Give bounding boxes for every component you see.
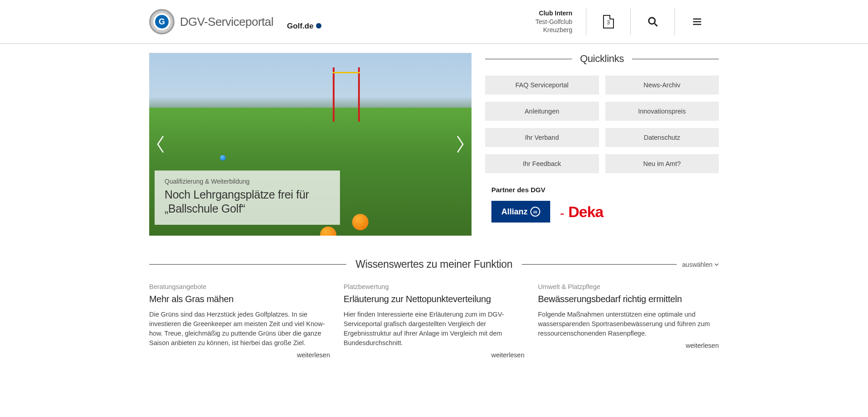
article-title[interactable]: Erläuterung zur Nettopunkteverteilung: [344, 294, 524, 304]
hero-caption[interactable]: Qualifizierung & Weiterbildung Noch Lehr…: [155, 171, 340, 225]
slider-next-button[interactable]: [451, 131, 469, 158]
hamburger-icon: [692, 16, 703, 27]
article-body: Hier finden Interessierte eine Erläuteru…: [344, 310, 524, 348]
articles-grid: Beratungsangebote Mehr als Gras mähen Di…: [149, 283, 719, 359]
quicklink-news[interactable]: News-Archiv: [605, 76, 719, 95]
quicklinks-heading: Quicklinks: [572, 53, 632, 65]
sidebar: Quicklinks FAQ Serviceportal News-Archiv…: [485, 53, 719, 236]
partner-logos: Allianz ııı Deka: [485, 201, 719, 223]
document-count: 3: [607, 19, 610, 26]
portal-title: DGV-Serviceportal: [180, 15, 274, 29]
quicklink-faq[interactable]: FAQ Serviceportal: [485, 76, 599, 95]
deka-logo[interactable]: Deka: [568, 203, 603, 221]
quicklink-neu-im-amt[interactable]: Neu im Amt?: [605, 154, 719, 173]
article-category: Beratungsangebote: [149, 283, 330, 290]
header: G DGV-Serviceportal Golf.de Club Intern …: [0, 0, 868, 44]
article-category: Platzbewertung: [344, 283, 524, 290]
header-actions: 3: [586, 8, 719, 35]
documents-button[interactable]: 3: [586, 8, 630, 35]
dgv-logo-icon: G: [149, 9, 175, 34]
partner-heading: Partner des DGV: [491, 186, 719, 194]
hero-slider: Qualifizierung & Weiterbildung Noch Lehr…: [149, 53, 472, 236]
allianz-logo[interactable]: Allianz ııı: [491, 201, 550, 223]
club-loc: Kreuzberg: [535, 26, 572, 34]
readmore-link[interactable]: weiterlesen: [538, 342, 719, 349]
club-name: Test-Golfclub: [535, 18, 572, 26]
golfde-logo[interactable]: Golf.de: [287, 13, 322, 31]
quicklinks-grid: FAQ Serviceportal News-Archiv Anleitunge…: [485, 76, 719, 173]
article-card: Umwelt & Platzpflege Bewässerungsbedarf …: [538, 283, 719, 359]
chevron-left-icon: [156, 135, 165, 153]
article-title[interactable]: Bewässerungsbedarf richtig ermitteln: [538, 294, 719, 304]
search-button[interactable]: [630, 8, 675, 35]
club-intern-label: Club Intern: [535, 9, 572, 18]
readmore-link[interactable]: weiterlesen: [344, 351, 524, 359]
quicklink-anleitungen[interactable]: Anleitungen: [485, 102, 599, 121]
readmore-link[interactable]: weiterlesen: [149, 351, 330, 359]
knowhow-select[interactable]: auswählen: [677, 261, 719, 268]
chevron-right-icon: [455, 135, 464, 153]
search-icon: [647, 16, 658, 27]
article-body: Folgende Maßnahmen unterstützen eine opt…: [538, 310, 719, 338]
allianz-icon: ııı: [530, 207, 540, 217]
svg-line-1: [655, 24, 657, 26]
svg-point-0: [649, 18, 655, 24]
logo-area: G DGV-Serviceportal Golf.de: [149, 9, 321, 34]
quicklink-datenschutz[interactable]: Datenschutz: [605, 128, 719, 147]
document-icon: 3: [603, 15, 614, 28]
dot-icon: [316, 23, 321, 28]
article-card: Beratungsangebote Mehr als Gras mähen Di…: [149, 283, 330, 359]
slider-prev-button[interactable]: [152, 131, 170, 158]
menu-button[interactable]: [675, 8, 719, 35]
hero-title: Noch Lehrgangsplätze frei für „Ballschul…: [165, 188, 330, 216]
club-info[interactable]: Club Intern Test-Golfclub Kreuzberg: [535, 9, 572, 35]
hero-category: Qualifizierung & Weiterbildung: [165, 178, 330, 185]
knowhow-heading: Wissenswertes zu meiner Funktion: [346, 258, 521, 270]
chevron-down-icon: [714, 263, 719, 266]
article-card: Platzbewertung Erläuterung zur Nettopunk…: [344, 283, 524, 359]
goal-icon: [333, 67, 360, 122]
golf-ball-icon: [352, 214, 368, 230]
knowhow-header: Wissenswertes zu meiner Funktion auswähl…: [149, 258, 719, 270]
article-category: Umwelt & Platzpflege: [538, 283, 719, 290]
quicklink-feedback[interactable]: Ihr Feedback: [485, 154, 599, 173]
quicklink-verband[interactable]: Ihr Verband: [485, 128, 599, 147]
quicklink-innovationspreis[interactable]: Innovationspreis: [605, 102, 719, 121]
article-body: Die Grüns sind das Herzstück jedes Golfp…: [149, 310, 330, 348]
article-title[interactable]: Mehr als Gras mähen: [149, 294, 330, 304]
